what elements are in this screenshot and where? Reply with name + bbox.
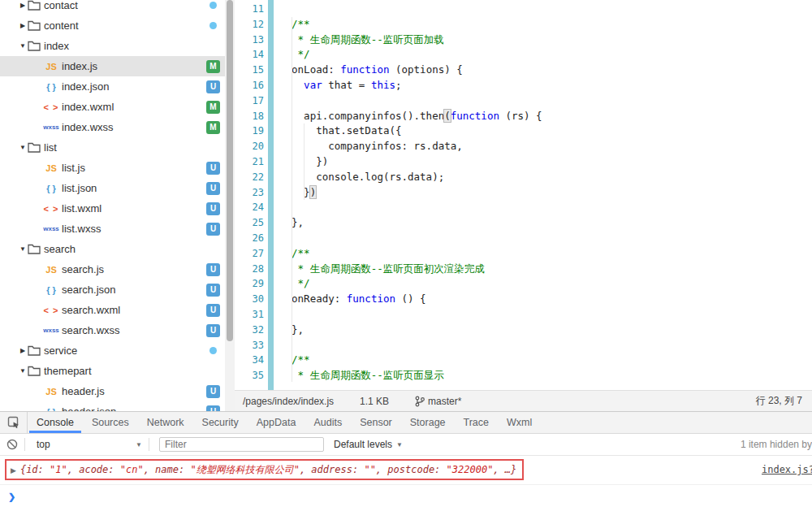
tree-row-contact[interactable]: ▶contact (0, 0, 235, 15)
tree-row-search-wxss[interactable]: wxsssearch.wxssU (0, 320, 235, 340)
code-line-31[interactable]: 31 (235, 307, 812, 323)
code-line-28[interactable]: 28 * 生命周期函数--监听页面初次渲染完成 (235, 262, 812, 277)
line-number: 26 (235, 231, 264, 246)
git-status-badge: U (206, 202, 220, 215)
git-status-badge: U (206, 324, 220, 337)
chevron-collapsed-icon[interactable]: ▶ (18, 2, 28, 9)
code-line-32[interactable]: 32 }, (235, 323, 812, 338)
line-number: 11 (235, 2, 264, 17)
chevron-expanded-icon[interactable]: ▼ (18, 367, 28, 375)
file-label: search.wxml (62, 304, 206, 316)
tab-storage[interactable]: Storage (401, 412, 455, 433)
code-line-26[interactable]: 26 (235, 231, 812, 246)
clear-console-icon (6, 439, 18, 450)
code-line-25[interactable]: 25 }, (235, 215, 812, 231)
code-line-29[interactable]: 29 */ (235, 276, 812, 292)
tab-sources[interactable]: Sources (83, 412, 138, 433)
wxss-file-icon: wxss (41, 225, 62, 232)
code-line-14[interactable]: 14 */ (235, 47, 812, 63)
code-line-12[interactable]: 12 /** (235, 17, 812, 32)
code-line-11[interactable]: 11 (235, 2, 812, 17)
levels-label: Default levels (334, 439, 392, 450)
tree-row-search-wxml[interactable]: < >search.wxmlU (0, 300, 235, 320)
tree-row-header-json[interactable]: { }header.jsonU (0, 401, 235, 411)
console-messages: ▶{id: "1", acode: "cn", name: "绕塑网络科技有限公… (0, 456, 812, 519)
tab-sensor[interactable]: Sensor (351, 412, 401, 433)
tree-row-list-js[interactable]: JSlist.jsU (0, 158, 235, 178)
code-line-13[interactable]: 13 * 生命周期函数--监听页面加载 (235, 32, 812, 48)
code-line-17[interactable]: 17 (235, 93, 812, 109)
tree-row-search-js[interactable]: JSsearch.jsU (0, 259, 235, 280)
chevron-expanded-icon[interactable]: ▼ (18, 42, 28, 50)
code-line-23[interactable]: 23 }) (235, 185, 812, 201)
tree-row-list[interactable]: ▼list (0, 137, 235, 158)
code-line-35[interactable]: 35 * 生命周期函数--监听页面显示 (235, 368, 812, 384)
tree-row-index[interactable]: ▼index (0, 36, 235, 56)
code-line-15[interactable]: 15 onLoad: function (options) { (235, 63, 812, 78)
tree-row-list-json[interactable]: { }list.jsonU (0, 178, 235, 198)
code-line-20[interactable]: 20 companyinfos: rs.data, (235, 139, 812, 154)
git-branch-indicator[interactable]: master* (415, 396, 461, 407)
devtools-panel: ConsoleSourcesNetworkSecurityAppDataAudi… (0, 411, 812, 519)
code-line-24[interactable]: 24 (235, 200, 812, 215)
tab-audits[interactable]: Audits (304, 412, 351, 433)
editor-status-bar: /pages/index/index.js 1.1 KB master* 行 2… (235, 390, 812, 411)
tab-wxml[interactable]: Wxml (498, 412, 541, 433)
tree-row-index-json[interactable]: { }index.jsonU (0, 76, 235, 97)
tab-network[interactable]: Network (138, 412, 193, 433)
git-branch-icon (415, 396, 425, 407)
expand-triangle-icon[interactable]: ▶ (11, 466, 16, 474)
tree-row-service[interactable]: ▶service (0, 340, 235, 361)
tree-row-list-wxml[interactable]: < >list.wxmlU (0, 198, 235, 219)
scrollbar-thumb[interactable] (227, 0, 233, 341)
tree-row-index-js[interactable]: JSindex.jsM (0, 56, 235, 76)
clear-console-button[interactable] (0, 439, 24, 450)
code-line-33[interactable]: 33 (235, 338, 812, 353)
tree-row-search-json[interactable]: { }search.jsonU (0, 280, 235, 300)
line-number: 32 (235, 323, 264, 338)
inspect-element-button[interactable] (0, 412, 28, 433)
tab-trace[interactable]: Trace (455, 412, 499, 433)
file-label: index.wxss (62, 121, 206, 133)
tree-row-list-wxss[interactable]: wxsslist.wxssU (0, 219, 235, 239)
indent-guide (304, 124, 304, 200)
tab-security[interactable]: Security (193, 412, 248, 433)
unsaved-dot-icon (209, 22, 217, 29)
chevron-expanded-icon[interactable]: ▼ (18, 245, 28, 253)
code-editor[interactable]: 1112 /**13 * 生命周期函数--监听页面加载14 */15 onLoa… (235, 0, 812, 390)
code-line-19[interactable]: 19 that.setData({ (235, 124, 812, 139)
log-levels-select[interactable]: Default levels ▼ (334, 439, 403, 450)
code-line-18[interactable]: 18 api.companyinfos().then(function (rs)… (235, 109, 812, 124)
tab-console[interactable]: Console (28, 412, 83, 433)
tree-row-index-wxml[interactable]: < >index.wxmlM (0, 97, 235, 117)
console-prompt[interactable]: ❯ (0, 485, 812, 503)
file-explorer-scrollbar[interactable] (225, 0, 235, 411)
filter-input[interactable] (159, 437, 324, 452)
code-line-16[interactable]: 16 var that = this; (235, 78, 812, 93)
tab-appdata[interactable]: AppData (248, 412, 305, 433)
execution-context-select[interactable]: top ▼ (25, 439, 149, 450)
chevron-collapsed-icon[interactable]: ▶ (18, 22, 28, 29)
code-line-34[interactable]: 34 /** (235, 353, 812, 368)
git-status-badge: U (206, 304, 220, 317)
code-line-27[interactable]: 27 /** (235, 246, 812, 262)
tree-row-themepart[interactable]: ▼themepart (0, 361, 235, 381)
tree-row-index-wxss[interactable]: wxssindex.wxssM (0, 117, 235, 137)
code-line-22[interactable]: 22 console.log(rs.data); (235, 170, 812, 185)
indent-guide (292, 17, 292, 382)
tree-row-search[interactable]: ▼search (0, 239, 235, 259)
message-source-link[interactable]: index.js? (762, 464, 812, 475)
code-line-21[interactable]: 21 }) (235, 154, 812, 170)
js-file-icon: JS (41, 265, 62, 275)
json-file-icon: { } (41, 184, 62, 193)
chevron-expanded-icon[interactable]: ▼ (18, 144, 28, 151)
tree-row-content[interactable]: ▶content (0, 15, 235, 36)
file-label: header.json (62, 405, 206, 411)
ide-upper-region: ▶contact▶content▼indexJSindex.jsM{ }inde… (0, 0, 812, 411)
line-number: 19 (235, 124, 264, 139)
file-label: search (44, 243, 235, 255)
logged-object-box[interactable]: ▶{id: "1", acode: "cn", name: "绕塑网络科技有限公… (5, 459, 524, 480)
tree-row-header-js[interactable]: JSheader.jsU (0, 381, 235, 401)
chevron-collapsed-icon[interactable]: ▶ (18, 347, 28, 354)
code-line-30[interactable]: 30 onReady: function () { (235, 292, 812, 307)
